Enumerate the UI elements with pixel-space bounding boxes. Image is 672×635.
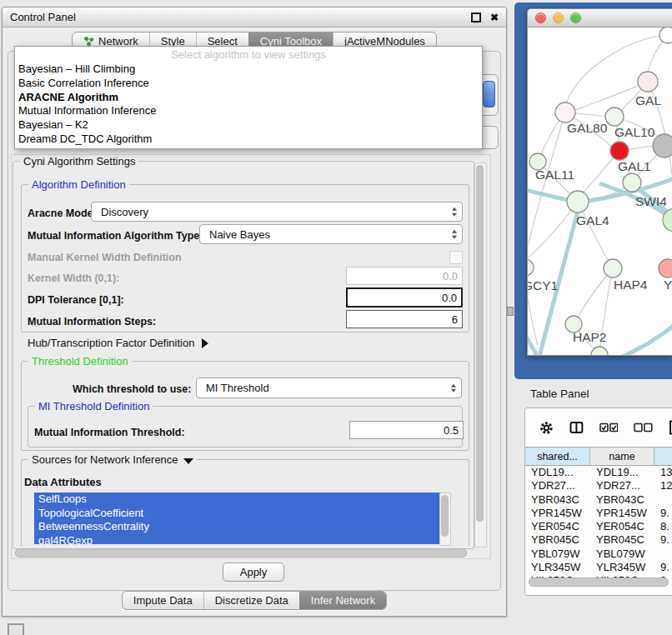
table-row[interactable]: YBR043CYBR043C: [525, 493, 672, 507]
attribute-list-item[interactable]: BetweennessCentrality: [34, 520, 449, 534]
network-node[interactable]: [610, 142, 629, 160]
gear-icon[interactable]: [539, 421, 554, 435]
node-label: SWI4: [635, 194, 667, 208]
table-horizontal-scrollbar[interactable]: [528, 578, 669, 586]
table-row[interactable]: YLR345WYLR345W9.: [525, 561, 672, 574]
aracne-mode-value: Discovery: [101, 206, 148, 218]
table-cell: YDR27...: [590, 479, 654, 492]
dropdown-item[interactable]: Bayesian – K2: [15, 118, 482, 132]
close-button[interactable]: [535, 12, 546, 23]
column-header[interactable]: shared...: [525, 448, 590, 465]
network-edge-highlighted[interactable]: [528, 325, 539, 355]
table-row[interactable]: YER054CYER054C8.: [525, 520, 672, 533]
mi-threshold-value: 0.5: [444, 424, 459, 437]
node-label: GAL80: [567, 121, 608, 135]
table-cell: 12: [654, 479, 672, 492]
dropdown-item[interactable]: Mutual Information Inference: [15, 104, 482, 118]
tab-infer-network[interactable]: Infer Network: [299, 592, 386, 609]
dpi-tolerance-field[interactable]: 0.0: [346, 288, 463, 308]
close-icon[interactable]: ✖: [490, 12, 499, 22]
table-cell: YBR045C: [525, 533, 590, 547]
network-edge[interactable]: [528, 112, 565, 260]
kernel-width-field[interactable]: 0.0: [346, 267, 463, 285]
table-cell: 8.: [654, 520, 672, 533]
column-header[interactable]: [654, 448, 672, 465]
table-header-row: shared...name: [525, 447, 672, 466]
export-table-icon[interactable]: [669, 420, 672, 435]
node-label: GAL11: [535, 168, 574, 182]
network-window-titlebar[interactable]: [528, 9, 672, 28]
network-node[interactable]: [659, 27, 672, 43]
minimize-button[interactable]: [553, 12, 564, 23]
mi-threshold-group-title: MI Threshold Definition: [35, 400, 153, 412]
tab-impute-data[interactable]: Impute Data: [123, 592, 203, 609]
network-node[interactable]: [555, 102, 575, 122]
float-window-icon[interactable]: [471, 12, 481, 22]
scrollbar-thumb[interactable]: [476, 165, 484, 522]
network-node[interactable]: [604, 259, 622, 278]
network-node[interactable]: [623, 173, 641, 192]
mi-algorithm-type-combobox[interactable]: Naive Bayes: [199, 224, 463, 244]
scrollbar-thumb[interactable]: [529, 578, 669, 587]
deselect-all-rows-icon[interactable]: [634, 422, 653, 432]
control-panel-titlebar[interactable]: Control Panel ✖: [3, 8, 506, 28]
which-threshold-combobox[interactable]: MI Threshold: [196, 378, 462, 398]
table-cell: YDL19...: [525, 466, 590, 479]
dropdown-item[interactable]: ARACNE Algorithm: [15, 91, 482, 105]
table-toolbar: [525, 408, 672, 447]
column-visibility-icon[interactable]: [569, 421, 584, 434]
hub-definition-label: Hub/Transcription Factor Definition: [28, 337, 194, 349]
hub-definition-expander[interactable]: Hub/Transcription Factor Definition: [28, 337, 208, 349]
aracne-mode-combobox[interactable]: Discovery: [91, 202, 463, 222]
table-cell: 9.: [654, 507, 672, 520]
tab-discretize-data[interactable]: Discretize Data: [203, 592, 299, 609]
network-node[interactable]: [653, 134, 672, 158]
scrollbar-thumb[interactable]: [15, 548, 467, 558]
table-cell: YBL079W: [525, 548, 590, 561]
attribute-list-item[interactable]: gal4RGexp: [34, 534, 449, 545]
mi-steps-value: 6: [452, 313, 458, 326]
column-header[interactable]: name: [590, 448, 654, 465]
application-window: Control Panel ✖ NetworkStyleSelectCyni T…: [0, 0, 672, 635]
table-cell: 13: [654, 466, 672, 479]
attribute-list-item[interactable]: SelfLoops: [34, 492, 449, 507]
network-node[interactable]: [605, 108, 624, 126]
kernel-width-value: 0.0: [443, 270, 458, 282]
table-row[interactable]: YPR145WYPR145W9.: [525, 507, 672, 520]
mi-threshold-field[interactable]: 0.5: [349, 421, 464, 439]
network-node[interactable]: [659, 259, 672, 278]
dropdown-item[interactable]: Bayesian – Hill Climbing: [15, 62, 482, 77]
expanded-arrow-icon: [183, 458, 193, 464]
settings-vertical-scrollbar[interactable]: [474, 162, 487, 548]
mi-steps-field[interactable]: 6: [346, 310, 463, 328]
settings-horizontal-scrollbar[interactable]: [14, 548, 474, 557]
algorithm-definition-title: Algorithm Definition: [28, 178, 129, 191]
mi-steps-label: Mutual Information Steps:: [28, 316, 156, 328]
network-node[interactable]: [638, 72, 658, 92]
zoom-button[interactable]: [570, 12, 581, 23]
network-canvas[interactable]: GALGAL80GAL10GAL1GAL11SWI4GAL4GCY1HAP4YH…: [528, 27, 672, 355]
table-cell: YPR145W: [525, 507, 590, 520]
select-all-rows-icon[interactable]: [599, 422, 619, 432]
dropdown-item[interactable]: Basic Correlation Inference: [15, 77, 482, 91]
apply-button[interactable]: Apply: [223, 562, 284, 582]
table-cell: 9.: [654, 533, 672, 547]
algorithm-dropdown-list[interactable]: Select algorithm to view settings Bayesi…: [14, 46, 483, 149]
attributes-list-scrollbar[interactable]: [439, 492, 451, 546]
manual-kernel-checkbox[interactable]: [449, 251, 463, 264]
dropdown-item[interactable]: Dream8 DC_TDC Algorithm: [15, 132, 482, 147]
data-attributes-list[interactable]: SelfLoopsTopologicalCoefficientBetweenne…: [34, 492, 449, 544]
table-panel-title: Table Panel: [530, 388, 589, 400]
network-node[interactable]: [528, 259, 534, 276]
table-row[interactable]: YBR045CYBR045C9.: [525, 533, 672, 547]
network-edge-highlighted[interactable]: [619, 324, 672, 355]
minimized-panel-icon[interactable]: [8, 623, 24, 635]
table-row[interactable]: YDL19...YDL19...13: [525, 466, 672, 479]
table-row[interactable]: YDR27...YDR27...12: [525, 479, 672, 492]
attribute-list-item[interactable]: TopologicalCoefficient: [34, 507, 449, 521]
network-node[interactable]: [567, 191, 589, 212]
panel-splitter-grip[interactable]: [507, 307, 514, 316]
sources-group-title[interactable]: Sources for Network Inference: [28, 453, 197, 466]
scrollbar-thumb[interactable]: [441, 495, 449, 537]
table-row[interactable]: YBL079WYBL079W: [525, 548, 672, 561]
